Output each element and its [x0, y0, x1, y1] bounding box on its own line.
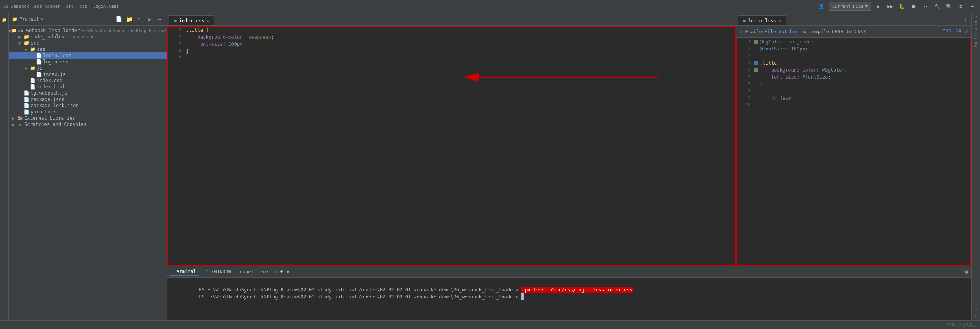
- file-icon-less: 📄: [35, 53, 42, 58]
- folder-icon-root: 📁: [11, 28, 17, 33]
- breadcrumb-sep-3: ›: [89, 4, 92, 9]
- tab-close-login-less[interactable]: ✕: [779, 18, 781, 23]
- term-text-2: PS F:\Web\BaiduSyncdisk\Blog Review\02-0…: [199, 294, 521, 300]
- terminal-content[interactable]: PS F:\Web\BaiduSyncdisk\Blog Review\02-0…: [167, 278, 971, 320]
- fw-buttons: Yes No ✓: [941, 28, 968, 35]
- new-folder-icon[interactable]: 📁: [125, 15, 133, 23]
- terminal-area: Terminal C:\WINDOW...rshell.exe ✕ + ▼ ⚙ …: [167, 266, 971, 320]
- project-icon[interactable]: 📁: [1, 16, 8, 23]
- breadcrumb-item-2[interactable]: src: [66, 4, 74, 9]
- editors-split: ■ index.css ✕ ⋮ 1 2 3 4 5: [167, 13, 971, 266]
- more-tree-icon[interactable]: ⋯: [155, 15, 164, 23]
- tree-label-scratches: Scratches and Consoles: [24, 122, 87, 127]
- collapse-icon[interactable]: ⬆: [135, 15, 143, 23]
- file-icon-index-css: 📄: [29, 78, 36, 83]
- user-icon[interactable]: 👤: [817, 2, 826, 11]
- right-editor: ■ login.less ✕ ⋮ ✓ Enable File Watcher t…: [736, 13, 971, 266]
- run-icon[interactable]: ▶: [874, 2, 883, 11]
- tab-login-less[interactable]: ■ login.less ✕: [738, 15, 786, 25]
- tree-item-webpack[interactable]: ▶ 📄 lg.webpack.js: [9, 90, 167, 96]
- tree-label-index-html: index.html: [37, 84, 65, 90]
- rcode-9: // less: [760, 95, 791, 102]
- tree-item-login-less[interactable]: ▶ 📄 login.less: [9, 52, 167, 59]
- stop-icon[interactable]: ⏹: [909, 2, 918, 11]
- left-editor-content: 1 2 3 4 5 .title { background-color: sea…: [167, 26, 736, 266]
- file-icon-html: 📄: [29, 84, 36, 90]
- terminal-add-button[interactable]: +: [280, 268, 284, 275]
- status-bar: CSDN @拾荒圣主: [0, 320, 980, 329]
- tab-close-index-css[interactable]: ✕: [207, 18, 209, 23]
- css-tab-icon: ■: [174, 18, 177, 23]
- tree-item-yarn[interactable]: ▶ 📄 yarn.lock: [9, 109, 167, 115]
- breadcrumb: 06_webapck_less_loader › src › css › log…: [3, 4, 119, 9]
- tree-item-index-js[interactable]: ▶ 📄 index.js: [9, 71, 167, 77]
- tree-item-js[interactable]: ▶ 📁 js: [9, 65, 167, 71]
- tree-item-css[interactable]: ▼ 📁 css: [9, 46, 167, 52]
- editor-toolbar-icon[interactable]: ⋮: [726, 17, 734, 25]
- fw-yes-button[interactable]: Yes: [941, 28, 953, 35]
- terminal-close-icon[interactable]: ✕: [274, 270, 277, 274]
- tree-item-root[interactable]: ▼ 📁 06_webapck_less_loader F:\Web\BaiduS…: [9, 27, 167, 34]
- step-icon[interactable]: ⏭: [921, 2, 930, 11]
- tree-item-package-json[interactable]: ▶ 📄 package.json: [9, 96, 167, 102]
- breadcrumb-item-3[interactable]: css: [80, 4, 87, 9]
- folder-icon-src: 📁: [23, 40, 30, 46]
- rcode-2: @fontSize: 100px;: [760, 45, 808, 52]
- right-line-9: // less: [752, 95, 848, 102]
- gutter-dot-blue-4: [754, 61, 758, 65]
- settings-icon[interactable]: ⚙: [956, 2, 965, 11]
- fw-no-button[interactable]: No: [954, 28, 963, 35]
- tree-item-node-modules[interactable]: ▶ 📁 node_modules library root: [9, 34, 167, 40]
- terminal-shell-label[interactable]: C:\WINDOW...rshell.exe: [203, 268, 271, 275]
- terminal-settings-icon[interactable]: ⚙: [965, 269, 968, 275]
- project-sidebar: 📁 Project ▼ 📄 📁 ⬆ ⚙ ⋯ ▼ 📁 06_webapck_les…: [9, 13, 167, 320]
- current-file-dropdown[interactable]: Current File ▼: [829, 2, 871, 11]
- tree-item-login-css[interactable]: ▶ 📄 login.css: [9, 59, 167, 65]
- more-icon[interactable]: ⋯: [968, 2, 977, 11]
- tree-item-index-css[interactable]: ▶ 📄 index.css: [9, 77, 167, 84]
- sidebar-title-label: 📁 Project ▼: [12, 16, 43, 22]
- new-file-icon[interactable]: 📄: [114, 15, 123, 23]
- gutter-2: [752, 45, 760, 52]
- run-coverage-icon[interactable]: ▶▶: [886, 2, 895, 11]
- tree-label-src: src: [31, 40, 39, 46]
- gutter-6: [752, 74, 760, 81]
- tree-item-src[interactable]: ▼ 📁 src: [9, 40, 167, 46]
- breadcrumb-item-1[interactable]: 06_webapck_less_loader: [3, 4, 60, 9]
- terminal-chevron-icon[interactable]: ▼: [286, 269, 289, 275]
- tree-item-scratches[interactable]: ▶ ✏️ Scratches and Consoles: [9, 121, 167, 128]
- terminal-tab-label[interactable]: Terminal: [170, 268, 199, 276]
- gutter-8: [752, 88, 760, 95]
- dropdown-icon[interactable]: ▼: [41, 17, 43, 22]
- right-line-2: @fontSize: 100px;: [752, 45, 848, 52]
- rcode-5: background-color: @bgColor;: [760, 67, 848, 74]
- project-label: Project: [19, 16, 39, 22]
- left-code-area[interactable]: .title { background-color: seagreen; fon…: [183, 26, 736, 266]
- tab-index-css[interactable]: ■ index.css ✕: [169, 15, 214, 25]
- build-icon[interactable]: 🔨: [933, 2, 942, 11]
- right-strip-bottom: ✓ —: [974, 307, 978, 317]
- tree-item-package-lock[interactable]: ▶ 📄 package-lock.json: [9, 102, 167, 109]
- current-file-label: Current File: [832, 4, 863, 9]
- debug-icon[interactable]: 🐛: [898, 2, 906, 11]
- file-watcher-banner: ✓ Enable File Watcher to compile LESS to…: [736, 26, 971, 38]
- tree-item-external-libs[interactable]: ▶ 📚 External Libraries: [9, 115, 167, 121]
- search-icon[interactable]: 🔍: [945, 2, 953, 11]
- fw-link[interactable]: File Watcher: [765, 29, 799, 34]
- file-icon-css: 📄: [35, 59, 42, 65]
- notifications-label[interactable]: Notifications: [974, 16, 978, 47]
- right-line-1: @bgColor: seagreen;: [752, 38, 848, 45]
- code-line-3: font-size: 100px;: [186, 41, 733, 48]
- right-scrollbar[interactable]: [970, 38, 971, 266]
- tree-item-index-html[interactable]: ▶ 📄 index.html: [9, 84, 167, 90]
- rcode-4: .title {: [760, 59, 783, 67]
- tab-label-index-css: index.css: [179, 18, 204, 23]
- right-code-with-gutter: @bgColor: seagreen; @fontSize: 100px;: [752, 38, 848, 266]
- expand-icon-css: ▼: [23, 47, 29, 52]
- rcode-10: [760, 102, 763, 109]
- right-editor-more-icon[interactable]: ⋮: [961, 17, 970, 25]
- settings-tree-icon[interactable]: ⚙: [145, 15, 154, 23]
- fw-text-compile: to compile LESS to CSS?: [801, 29, 866, 34]
- breadcrumb-item-4[interactable]: login.less: [93, 4, 119, 9]
- top-bar-right: 👤 Current File ▼ ▶ ▶▶ 🐛 ⏹ ⏭ 🔨 🔍 ⚙ ⋯: [817, 2, 977, 11]
